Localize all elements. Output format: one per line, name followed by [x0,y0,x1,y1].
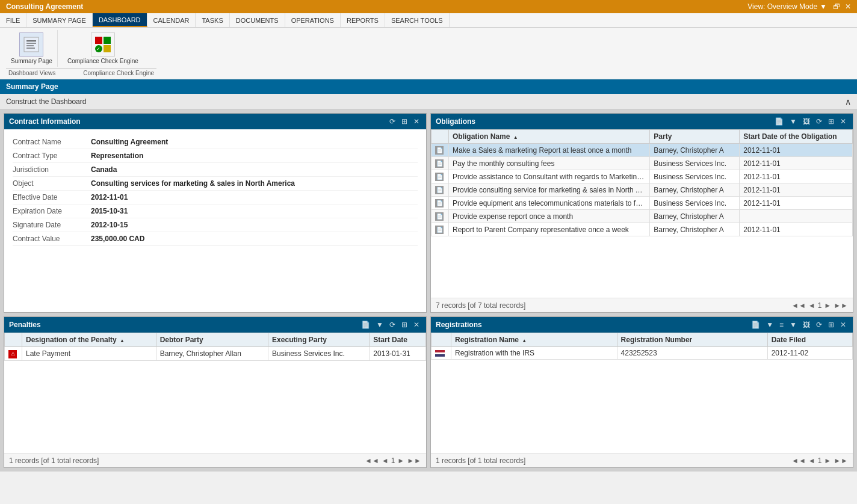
summary-page-icon [19,32,43,57]
grid-icon[interactable]: ⊞ [826,117,836,126]
reg-number-cell: 423252523 [617,347,767,360]
registration-row[interactable]: Registration with the IRS 423252523 2012… [432,347,853,360]
first-page-btn[interactable]: ◄◄ [365,456,379,465]
col-penalty-name[interactable]: Designation of the Penalty ▲ [22,333,156,347]
obligations-panel: Obligations 📄 ▼ 🖼 ⟳ ⊞ ✕ Obligation Name … [430,113,853,313]
expiration-date-row: Expiration Date 2015-10-31 [13,204,418,218]
doc-cell: 📄 [432,183,449,197]
penalty-icon-cell: ⚠ [5,347,22,361]
page-num: 1 [391,456,395,465]
grid-icon[interactable]: ⊞ [826,320,836,330]
contract-type-row: Contract Type Representation [13,149,418,163]
col-start-date[interactable]: Start Date [370,333,426,347]
refresh-icon[interactable]: ⟳ [388,320,397,330]
obligation-name-cell: Provide equipment ans telecommunications… [449,197,650,210]
menu-file[interactable]: FILE [0,13,26,27]
export-icon[interactable]: 📄 [773,117,785,126]
sort-arrow: ▲ [120,338,125,343]
obligation-row[interactable]: 📄 Provide equipment ans telecommunicatio… [432,197,853,210]
col-doc [5,333,22,347]
image-icon[interactable]: 🖼 [801,320,812,330]
export-chevron[interactable]: ▼ [788,117,799,126]
menu-tasks[interactable]: TASKS [196,13,229,27]
close-icon[interactable]: ✕ [412,320,421,330]
penalty-row[interactable]: ⚠ Late Payment Barney, Christopher Allan… [5,347,426,361]
filter-chevron[interactable]: ▼ [788,320,799,330]
obligation-row[interactable]: 📄 Provide consulting service for marketi… [432,183,853,197]
menu-documents[interactable]: DOCUMENTS [230,13,285,27]
view-mode[interactable]: View: Overview Mode ▼ 🗗 ✕ [747,2,851,11]
refresh-icon[interactable]: ⟳ [388,117,397,126]
refresh-icon[interactable]: ⟳ [814,320,824,330]
col-debtor-party[interactable]: Debtor Party [156,333,268,347]
close-icon[interactable]: ✕ [838,117,848,126]
registrations-title: Registrations [436,321,482,329]
grid-icon[interactable]: ⊞ [400,117,409,126]
last-page-btn[interactable]: ►► [834,301,848,310]
title-bar: Consulting Agreement View: Overview Mode… [0,0,857,13]
doc-icon: 📄 [435,186,444,194]
col-reg-number[interactable]: Registration Number [617,333,767,347]
prev-page-btn[interactable]: ◄ [808,301,815,310]
col-obligation-name[interactable]: Obligation Name ▲ [449,130,650,144]
registrations-table-container: Registration Name ▲ Registration Number … [431,333,853,453]
view-mode-chevron[interactable]: ▼ [820,2,827,11]
prev-page-btn[interactable]: ◄ [382,456,389,465]
col-date-filed[interactable]: Date Filed [767,333,852,347]
export-icon[interactable]: 📄 [359,320,372,330]
obligation-row[interactable]: 📄 Report to Parent Company representativ… [432,223,853,236]
obligation-name-cell: Pay the monthly consulting fees [449,157,650,170]
sort-arrow: ▲ [513,135,518,140]
contract-value-row: Contract Value 235,000.00 CAD [13,232,418,246]
menu-dashboard[interactable]: DASHBOARD [93,13,147,27]
construct-chevron[interactable]: ∧ [845,97,851,106]
obligation-row[interactable]: 📄 Provide assistance to Consultant with … [432,170,853,183]
effective-date-value: 2012-11-01 [91,193,128,201]
export-chevron[interactable]: ▼ [764,320,775,330]
refresh-icon[interactable]: ⟳ [814,117,824,126]
last-page-btn[interactable]: ►► [407,456,421,465]
signature-date-label: Signature Date [13,221,91,229]
columns-icon[interactable]: ≡ [778,320,785,330]
next-page-btn[interactable]: ► [824,456,831,465]
menu-search-tools[interactable]: SEARCH TOOLS [385,13,450,27]
doc-cell: 📄 [432,170,449,183]
menu-summary-page[interactable]: SUMMARY PAGE [26,13,93,27]
menu-operations[interactable]: OPERATIONS [285,13,341,27]
doc-icon: 📄 [435,173,444,181]
first-page-btn[interactable]: ◄◄ [791,456,806,465]
next-page-btn[interactable]: ► [397,456,404,465]
prev-page-btn[interactable]: ◄ [808,456,815,465]
doc-icon: 📄 [435,159,444,168]
menu-reports[interactable]: REPORTS [341,13,385,27]
doc-cell: 📄 [432,157,449,170]
obligation-row[interactable]: 📄 Pay the monthly consulting fees Busine… [432,157,853,170]
effective-date-label: Effective Date [13,193,91,201]
menu-calendar[interactable]: CALENDAR [147,13,196,27]
registrations-footer: 1 records [of 1 total records] ◄◄ ◄ 1 ► … [431,453,853,467]
close-icon[interactable]: ✕ [838,320,848,330]
col-party[interactable]: Party [650,130,740,144]
col-start-date[interactable]: Start Date of the Obligation [740,130,853,144]
image-icon[interactable]: 🖼 [801,117,812,126]
dashboard-views-label: Dashboard Views [6,70,58,76]
obligation-row[interactable]: 📄 Make a Sales & marketing Report at lea… [432,144,853,157]
jurisdiction-value: Canada [91,165,117,174]
menu-bar: FILE SUMMARY PAGE DASHBOARD CALENDAR TAS… [0,13,857,28]
export-chevron[interactable]: ▼ [374,320,385,330]
grid-icon[interactable]: ⊞ [400,320,409,330]
last-page-btn[interactable]: ►► [834,456,848,465]
obligation-row[interactable]: 📄 Provide expense report once a month Ba… [432,210,853,223]
col-reg-name[interactable]: Registration Name ▲ [451,333,617,347]
col-executing-party[interactable]: Executing Party [268,333,370,347]
ribbon-compliance[interactable]: ✓ Compliance Check Engine [63,30,143,67]
close-icon[interactable]: ✕ [412,117,421,126]
signature-date-value: 2012-10-15 [91,221,128,229]
export-icon[interactable]: 📄 [749,320,762,330]
ribbon-summary-page[interactable]: Summary Page [6,30,58,67]
doc-cell: 📄 [432,210,449,223]
obligations-header: Obligations 📄 ▼ 🖼 ⟳ ⊞ ✕ [431,114,853,129]
first-page-btn[interactable]: ◄◄ [791,301,806,310]
next-page-btn[interactable]: ► [824,301,831,310]
obligations-tools: 📄 ▼ 🖼 ⟳ ⊞ ✕ [773,117,848,126]
